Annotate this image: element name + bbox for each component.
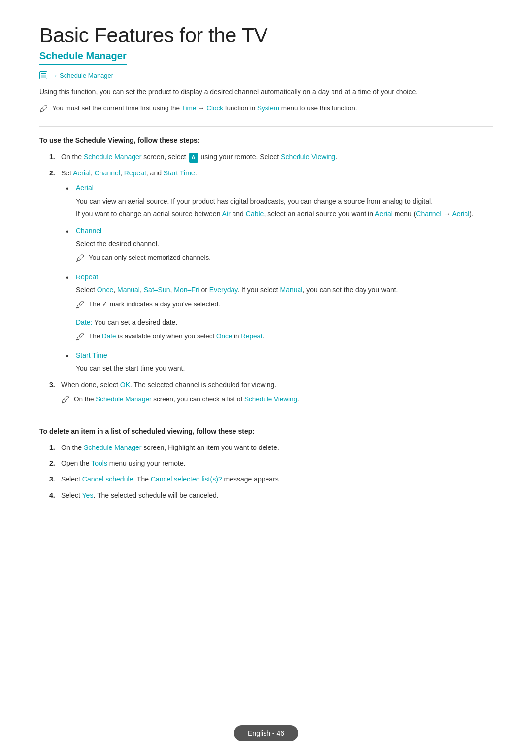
note1-block: 🖊 You must set the current time first us…	[39, 103, 493, 116]
channel-content1: Select the desired channel.	[76, 239, 493, 249]
footer: English - 46	[234, 725, 298, 741]
cable-link[interactable]: Cable	[246, 210, 264, 218]
repeat-date: Date: You can set a desired date.	[76, 317, 493, 328]
repeat-link-step2[interactable]: Repeat	[124, 169, 146, 177]
schedule-viewing-link2[interactable]: Schedule Viewing	[244, 395, 297, 403]
main-title: Basic Features for the TV	[39, 24, 493, 47]
manual-link[interactable]: Manual	[117, 286, 140, 294]
step-del3-text: Select Cancel schedule. The Cancel selec…	[61, 475, 281, 483]
step-del-2: Open the Tools menu using your remote.	[49, 458, 493, 469]
step-view-3: When done, select OK. The selected chann…	[49, 379, 493, 407]
section-title: Schedule Manager	[39, 50, 127, 65]
note-icon: 🖊	[39, 102, 48, 116]
starttime-content1: You can set the start time you want.	[76, 363, 493, 374]
air-link[interactable]: Air	[222, 210, 231, 218]
once-link2[interactable]: Once	[216, 332, 232, 340]
step-del-1: On the Schedule Manager screen, Highligh…	[49, 442, 493, 453]
cancel-schedule-link[interactable]: Cancel schedule	[82, 475, 133, 483]
step-del-3: Select Cancel schedule. The Cancel selec…	[49, 474, 493, 484]
step3-text: When done, select OK. The selected chann…	[61, 381, 276, 389]
schedule-manager-link2[interactable]: Schedule Manager	[96, 395, 151, 403]
date-link[interactable]: Date	[102, 332, 116, 340]
heading1: To use the Schedule Viewing, follow thes…	[39, 137, 493, 144]
schedule-manager-link1[interactable]: Schedule Manager	[84, 153, 142, 161]
bullet-repeat: Repeat Select Once, Manual, Sat–Sun, Mon…	[66, 272, 493, 344]
tools-link[interactable]: Tools	[91, 459, 107, 467]
menu-path: → Schedule Manager	[39, 71, 493, 79]
repeat-note2: 🖊 The Date is available only when you se…	[76, 331, 493, 344]
step-view-2: Set Aerial, Channel, Repeat, and Start T…	[49, 168, 493, 374]
arrow-icon: →	[51, 72, 58, 79]
note-icon4: 🖊	[76, 330, 85, 344]
aerial-link-inline2[interactable]: Aerial	[452, 210, 470, 218]
repeat-note2-text: The Date is available only when you sele…	[89, 331, 265, 342]
intro-text: Using this function, you can set the pro…	[39, 86, 493, 97]
repeat-label[interactable]: Repeat	[76, 273, 98, 281]
aerial-content2: If you want to change an aerial source b…	[76, 208, 493, 219]
menu-icon	[39, 71, 47, 79]
channel-note: 🖊 You can only select memorized channels…	[76, 252, 493, 266]
bullet-starttime: Start Time You can set the start time yo…	[66, 350, 493, 374]
once-link[interactable]: Once	[97, 286, 113, 294]
step3-note-text: On the Schedule Manager screen, you can …	[74, 394, 299, 405]
schedule-viewing-link1[interactable]: Schedule Viewing	[281, 153, 335, 161]
aerial-link-step2[interactable]: Aerial	[73, 169, 91, 177]
channel-label[interactable]: Channel	[76, 227, 101, 235]
channel-note-text: You can only select memorized channels.	[89, 252, 211, 263]
repeat-content1: Select Once, Manual, Sat–Sun, Mon–Fri or…	[76, 284, 493, 295]
heading2: To delete an item in a list of scheduled…	[39, 427, 493, 435]
note-icon2: 🖊	[76, 251, 85, 266]
schedule-manager-link3[interactable]: Schedule Manager	[84, 444, 142, 451]
step-del4-text: Select Yes. The selected schedule will b…	[61, 491, 219, 499]
starttime-label[interactable]: Start Time	[76, 351, 107, 359]
channel-link-inline[interactable]: Channel	[416, 210, 441, 218]
a-button: A	[189, 153, 198, 163]
yes-link[interactable]: Yes	[82, 491, 94, 499]
repeat-note1: 🖊 The ✓ mark indicates a day you've sele…	[76, 299, 493, 312]
bullet-channel: Channel Select the desired channel. 🖊 Yo…	[66, 225, 493, 266]
page-container: Basic Features for the TV Schedule Manag…	[0, 0, 532, 565]
menu-path-link[interactable]: Schedule Manager	[60, 72, 113, 79]
monfri-link[interactable]: Mon–Fri	[174, 286, 199, 294]
repeat-note1-text: The ✓ mark indicates a day you've select…	[89, 299, 220, 309]
steps-viewing-list: On the Schedule Manager screen, select A…	[39, 151, 493, 407]
aerial-link-inline[interactable]: Aerial	[375, 210, 393, 218]
step2-text: Set Aerial, Channel, Repeat, and Start T…	[61, 169, 197, 177]
bullet-aerial: Aerial You can view an aerial source. If…	[66, 182, 493, 219]
step-view-1: On the Schedule Manager screen, select A…	[49, 151, 493, 163]
step1-text: On the Schedule Manager screen, select A…	[61, 153, 337, 161]
time-link[interactable]: Time	[182, 104, 197, 112]
steps-delete-list: On the Schedule Manager screen, Highligh…	[39, 442, 493, 501]
note-icon5: 🖊	[61, 393, 70, 407]
clock-link[interactable]: Clock	[206, 104, 223, 112]
satsum-link[interactable]: Sat–Sun	[144, 286, 170, 294]
note-icon3: 🖊	[76, 298, 85, 312]
bullet-list: Aerial You can view an aerial source. If…	[61, 182, 493, 374]
step3-note: 🖊 On the Schedule Manager screen, you ca…	[61, 394, 493, 407]
note1-text: You must set the current time first usin…	[52, 103, 357, 114]
divider1	[39, 126, 493, 127]
everyday-link[interactable]: Everyday	[209, 286, 237, 294]
manual-link2[interactable]: Manual	[280, 286, 303, 294]
aerial-content1: You can view an aerial source. If your p…	[76, 196, 493, 206]
date-label: Date:	[76, 318, 92, 326]
repeat-link-inline[interactable]: Repeat	[241, 332, 263, 340]
divider2	[39, 417, 493, 417]
step-del2-text: Open the Tools menu using your remote.	[61, 459, 186, 467]
step-del1-text: On the Schedule Manager screen, Highligh…	[61, 444, 279, 451]
starttime-link-step2[interactable]: Start Time	[164, 169, 195, 177]
ok-link[interactable]: OK	[120, 381, 130, 389]
system-link[interactable]: System	[257, 104, 279, 112]
step-del-4: Select Yes. The selected schedule will b…	[49, 490, 493, 501]
cancel-selected-link[interactable]: Cancel selected list(s)?	[151, 475, 222, 483]
channel-link-step2[interactable]: Channel	[95, 169, 120, 177]
aerial-label[interactable]: Aerial	[76, 184, 94, 192]
